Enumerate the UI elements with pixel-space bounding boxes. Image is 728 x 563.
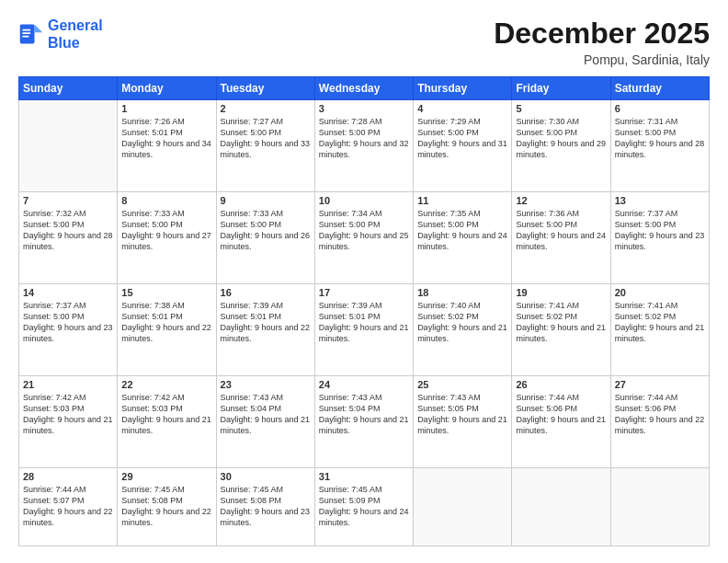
month-title: December 2025 [494, 17, 710, 51]
cell-info: Sunrise: 7:26 AMSunset: 5:01 PMDaylight:… [121, 116, 211, 161]
svg-marker-1 [35, 25, 43, 33]
calendar-cell: 2 Sunrise: 7:27 AMSunset: 5:00 PMDayligh… [216, 100, 314, 192]
cell-info: Sunrise: 7:41 AMSunset: 5:02 PMDaylight:… [615, 300, 705, 345]
logo-text: General Blue [48, 17, 103, 52]
cell-info: Sunrise: 7:38 AMSunset: 5:01 PMDaylight:… [121, 300, 211, 345]
day-number: 24 [319, 379, 409, 390]
cell-info: Sunrise: 7:34 AMSunset: 5:00 PMDaylight:… [319, 208, 409, 253]
calendar-cell: 29 Sunrise: 7:45 AMSunset: 5:08 PMDaylig… [118, 467, 216, 546]
day-number: 3 [319, 103, 409, 114]
calendar-cell: 18 Sunrise: 7:40 AMSunset: 5:02 PMDaylig… [414, 283, 512, 375]
logo-line2: Blue [48, 35, 80, 51]
calendar-week-5: 28 Sunrise: 7:44 AMSunset: 5:07 PMDaylig… [19, 467, 710, 546]
cell-info: Sunrise: 7:45 AMSunset: 5:08 PMDaylight:… [121, 484, 211, 529]
cell-info: Sunrise: 7:35 AMSunset: 5:00 PMDaylight:… [417, 208, 507, 253]
calendar-cell: 25 Sunrise: 7:43 AMSunset: 5:05 PMDaylig… [414, 375, 512, 467]
day-number: 28 [23, 471, 113, 482]
weekday-header-saturday: Saturday [610, 77, 709, 100]
calendar-cell: 12 Sunrise: 7:36 AMSunset: 5:00 PMDaylig… [512, 191, 610, 283]
day-number: 29 [121, 471, 211, 482]
calendar-cell [610, 467, 709, 546]
cell-info: Sunrise: 7:37 AMSunset: 5:00 PMDaylight:… [23, 300, 113, 345]
day-number: 2 [221, 103, 311, 114]
cell-info: Sunrise: 7:33 AMSunset: 5:00 PMDaylight:… [121, 208, 211, 253]
day-number: 9 [221, 195, 311, 206]
weekday-header-thursday: Thursday [414, 77, 512, 100]
weekday-header-friday: Friday [512, 77, 610, 100]
calendar-cell: 28 Sunrise: 7:44 AMSunset: 5:07 PMDaylig… [19, 467, 118, 546]
day-number: 21 [23, 379, 113, 390]
svg-rect-4 [22, 36, 28, 38]
calendar-cell: 21 Sunrise: 7:42 AMSunset: 5:03 PMDaylig… [19, 375, 118, 467]
weekday-header-monday: Monday [118, 77, 216, 100]
header: General Blue December 2025 Pompu, Sardin… [18, 17, 710, 67]
calendar-cell: 31 Sunrise: 7:45 AMSunset: 5:09 PMDaylig… [314, 467, 413, 546]
calendar-cell: 11 Sunrise: 7:35 AMSunset: 5:00 PMDaylig… [414, 191, 512, 283]
cell-info: Sunrise: 7:41 AMSunset: 5:02 PMDaylight:… [516, 300, 606, 345]
calendar-table: SundayMondayTuesdayWednesdayThursdayFrid… [18, 76, 710, 546]
calendar-cell: 17 Sunrise: 7:39 AMSunset: 5:01 PMDaylig… [314, 283, 413, 375]
calendar-week-4: 21 Sunrise: 7:42 AMSunset: 5:03 PMDaylig… [19, 375, 710, 467]
svg-rect-2 [22, 29, 30, 31]
cell-info: Sunrise: 7:42 AMSunset: 5:03 PMDaylight:… [121, 392, 211, 437]
day-number: 20 [615, 287, 705, 298]
day-number: 12 [516, 195, 606, 206]
logo-icon [18, 21, 44, 47]
cell-info: Sunrise: 7:30 AMSunset: 5:00 PMDaylight:… [516, 116, 606, 161]
day-number: 30 [221, 471, 311, 482]
day-number: 16 [221, 287, 311, 298]
day-number: 18 [417, 287, 507, 298]
calendar-week-1: 1 Sunrise: 7:26 AMSunset: 5:01 PMDayligh… [19, 100, 710, 192]
calendar-cell: 22 Sunrise: 7:42 AMSunset: 5:03 PMDaylig… [118, 375, 216, 467]
calendar-week-3: 14 Sunrise: 7:37 AMSunset: 5:00 PMDaylig… [19, 283, 710, 375]
cell-info: Sunrise: 7:29 AMSunset: 5:00 PMDaylight:… [417, 116, 507, 161]
cell-info: Sunrise: 7:33 AMSunset: 5:00 PMDaylight:… [221, 208, 311, 253]
calendar-cell: 1 Sunrise: 7:26 AMSunset: 5:01 PMDayligh… [118, 100, 216, 192]
weekday-header-sunday: Sunday [19, 77, 118, 100]
calendar-cell: 10 Sunrise: 7:34 AMSunset: 5:00 PMDaylig… [314, 191, 413, 283]
day-number: 25 [417, 379, 507, 390]
cell-info: Sunrise: 7:43 AMSunset: 5:04 PMDaylight:… [221, 392, 311, 437]
cell-info: Sunrise: 7:44 AMSunset: 5:07 PMDaylight:… [23, 484, 113, 529]
day-number: 14 [23, 287, 113, 298]
day-number: 10 [319, 195, 409, 206]
title-block: December 2025 Pompu, Sardinia, Italy [494, 17, 710, 67]
day-number: 15 [121, 287, 211, 298]
cell-info: Sunrise: 7:43 AMSunset: 5:04 PMDaylight:… [319, 392, 409, 437]
cell-info: Sunrise: 7:28 AMSunset: 5:00 PMDaylight:… [319, 116, 409, 161]
calendar-cell: 30 Sunrise: 7:45 AMSunset: 5:08 PMDaylig… [216, 467, 314, 546]
calendar-cell: 8 Sunrise: 7:33 AMSunset: 5:00 PMDayligh… [118, 191, 216, 283]
cell-info: Sunrise: 7:39 AMSunset: 5:01 PMDaylight:… [221, 300, 311, 345]
calendar-cell: 13 Sunrise: 7:37 AMSunset: 5:00 PMDaylig… [610, 191, 709, 283]
weekday-header-tuesday: Tuesday [216, 77, 314, 100]
svg-rect-3 [22, 32, 30, 34]
cell-info: Sunrise: 7:36 AMSunset: 5:00 PMDaylight:… [516, 208, 606, 253]
calendar-cell [414, 467, 512, 546]
day-number: 4 [417, 103, 507, 114]
day-number: 17 [319, 287, 409, 298]
day-number: 19 [516, 287, 606, 298]
cell-info: Sunrise: 7:42 AMSunset: 5:03 PMDaylight:… [23, 392, 113, 437]
day-number: 7 [23, 195, 113, 206]
cell-info: Sunrise: 7:40 AMSunset: 5:02 PMDaylight:… [417, 300, 507, 345]
calendar-cell: 20 Sunrise: 7:41 AMSunset: 5:02 PMDaylig… [610, 283, 709, 375]
calendar-cell: 16 Sunrise: 7:39 AMSunset: 5:01 PMDaylig… [216, 283, 314, 375]
cell-info: Sunrise: 7:44 AMSunset: 5:06 PMDaylight:… [615, 392, 705, 437]
calendar-cell: 7 Sunrise: 7:32 AMSunset: 5:00 PMDayligh… [19, 191, 118, 283]
cell-info: Sunrise: 7:45 AMSunset: 5:09 PMDaylight:… [319, 484, 409, 529]
calendar-cell [19, 100, 118, 192]
calendar-cell: 4 Sunrise: 7:29 AMSunset: 5:00 PMDayligh… [414, 100, 512, 192]
day-number: 11 [417, 195, 507, 206]
day-number: 13 [615, 195, 705, 206]
cell-info: Sunrise: 7:27 AMSunset: 5:00 PMDaylight:… [221, 116, 311, 161]
calendar-cell: 15 Sunrise: 7:38 AMSunset: 5:01 PMDaylig… [118, 283, 216, 375]
day-number: 27 [615, 379, 705, 390]
logo: General Blue [18, 17, 103, 52]
cell-info: Sunrise: 7:37 AMSunset: 5:00 PMDaylight:… [615, 208, 705, 253]
weekday-header-wednesday: Wednesday [314, 77, 413, 100]
page: General Blue December 2025 Pompu, Sardin… [0, 0, 728, 563]
calendar-week-2: 7 Sunrise: 7:32 AMSunset: 5:00 PMDayligh… [19, 191, 710, 283]
logo-line1: General [48, 17, 103, 33]
calendar-cell: 3 Sunrise: 7:28 AMSunset: 5:00 PMDayligh… [314, 100, 413, 192]
calendar-cell: 5 Sunrise: 7:30 AMSunset: 5:00 PMDayligh… [512, 100, 610, 192]
